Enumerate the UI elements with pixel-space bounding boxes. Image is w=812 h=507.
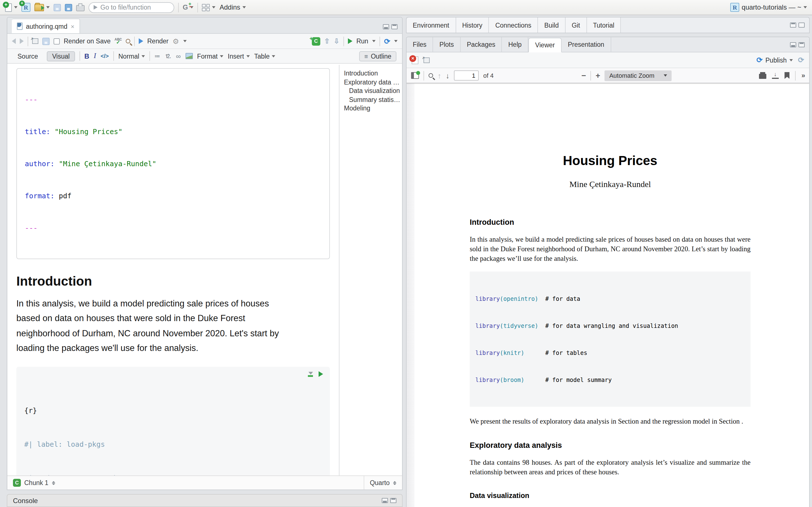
outline-item-modeling[interactable]: Modeling (344, 104, 402, 113)
save-all-button[interactable] (65, 4, 72, 11)
tab-files[interactable]: Files (407, 37, 434, 52)
refresh-viewer-icon[interactable]: ⟳ (798, 56, 804, 64)
dropdown-caret-icon[interactable] (14, 6, 17, 8)
run-button[interactable]: Run (356, 38, 368, 45)
pdf-bookmark-icon[interactable] (784, 72, 790, 79)
pdf-viewport[interactable]: Housing Prices Mine Çetinkaya-Rundel Int… (407, 83, 809, 507)
visual-mode-button[interactable]: Visual (47, 51, 75, 61)
zoom-out-icon[interactable]: − (581, 71, 586, 80)
bold-button[interactable]: B (84, 52, 89, 60)
git-button[interactable]: G+− (183, 4, 194, 11)
code-chunk[interactable]: {r} #| label: load-pkgs #| code-summary:… (16, 367, 330, 475)
maximize-pane-icon[interactable] (799, 42, 805, 47)
outline-item-summary-statistics[interactable]: Summary statis… (344, 96, 402, 104)
dropdown-caret-icon[interactable] (46, 6, 50, 8)
back-icon[interactable] (12, 38, 16, 44)
pdf-sidebar-toggle-icon[interactable] (411, 72, 419, 79)
insert-menu[interactable]: Insert (228, 53, 250, 59)
render-on-save-checkbox[interactable] (54, 38, 60, 44)
insert-chunk-icon[interactable]: C (312, 37, 320, 45)
dropdown-caret-icon[interactable] (212, 6, 216, 8)
tab-packages[interactable]: Packages (461, 37, 502, 52)
tab-plots[interactable]: Plots (434, 37, 461, 52)
tab-presentation[interactable]: Presentation (562, 37, 611, 52)
tab-connections[interactable]: Connections (489, 17, 538, 33)
outline-item-introduction[interactable]: Introduction (344, 69, 402, 78)
tab-viewer[interactable]: Viewer (528, 38, 562, 52)
next-page-icon[interactable]: ↓ (446, 71, 449, 80)
addins-menu[interactable]: Addins (220, 3, 246, 11)
pdf-print-icon[interactable] (759, 74, 767, 79)
source-mode-button[interactable]: Source (13, 52, 43, 61)
forward-icon[interactable] (20, 38, 24, 44)
run-previous-icon[interactable]: ⇧ (324, 37, 330, 45)
zoom-in-icon[interactable]: + (596, 71, 600, 80)
run-chunk-icon[interactable] (319, 371, 323, 377)
rerun-icon[interactable]: ⟳ (384, 38, 390, 45)
dropdown-caret-icon[interactable] (183, 40, 186, 42)
image-icon[interactable] (185, 53, 193, 59)
panes-layout-button[interactable] (202, 4, 216, 11)
tab-build[interactable]: Build (538, 17, 566, 33)
doc-type-selector[interactable]: Quarto (364, 476, 402, 490)
document-canvas[interactable]: --- title: "Housing Prices" author: "Min… (7, 65, 339, 475)
open-in-new-window-icon[interactable] (423, 57, 430, 63)
restore-pane-icon[interactable] (799, 22, 805, 27)
tab-history[interactable]: History (456, 17, 489, 33)
run-chunks-above-icon[interactable] (308, 372, 313, 377)
zoom-level-select[interactable]: Automatic Zoom (605, 70, 671, 81)
tab-help[interactable]: Help (502, 37, 528, 52)
dropdown-caret-icon[interactable] (394, 40, 398, 42)
minimize-pane-icon[interactable] (382, 498, 388, 503)
dropdown-caret-icon[interactable] (790, 59, 793, 61)
pdf-download-icon[interactable] (772, 72, 779, 78)
pdf-more-tools-icon[interactable]: » (802, 71, 805, 79)
previous-page-icon[interactable]: ↑ (438, 71, 441, 80)
maximize-pane-icon[interactable] (390, 498, 396, 503)
outline-item-eda[interactable]: Exploratory data … (344, 78, 402, 87)
environment-pane-tabbar: Environment History Connections Build Gi… (406, 17, 810, 33)
stop-viewer-icon[interactable] (412, 56, 418, 64)
outline-toggle-button[interactable]: ≡ Outline (359, 51, 396, 61)
save-doc-icon[interactable] (42, 38, 50, 45)
paragraph-style-dropdown[interactable]: Normal (118, 53, 145, 59)
spellcheck-icon[interactable]: ABC✓ (114, 38, 122, 44)
tab-environment[interactable]: Environment (407, 17, 456, 33)
format-menu[interactable]: Format (197, 53, 223, 59)
maximize-pane-icon[interactable] (391, 24, 398, 29)
search-icon[interactable] (126, 39, 130, 43)
tab-authoring-qmd[interactable]: authoring.qmd × (12, 18, 80, 33)
maximize-pane-icon[interactable] (790, 22, 796, 27)
numbered-list-icon[interactable]: ⒓ (165, 52, 171, 60)
print-icon[interactable] (76, 5, 85, 11)
italic-button[interactable]: I (94, 52, 96, 60)
render-button[interactable]: Render (147, 38, 168, 45)
save-button[interactable] (54, 4, 61, 11)
gear-icon[interactable]: ⚙ (172, 38, 179, 45)
code-format-button[interactable]: </> (101, 53, 109, 59)
tab-tutorial[interactable]: Tutorial (587, 17, 621, 33)
minimize-pane-icon[interactable] (790, 42, 796, 47)
new-file-button[interactable] (5, 3, 17, 11)
chunk-nav-arrows-icon[interactable] (52, 481, 55, 485)
new-project-button[interactable]: R (21, 3, 31, 12)
project-menu[interactable]: R quarto-tutorials — ~ (730, 3, 807, 12)
popout-icon[interactable] (32, 38, 38, 44)
goto-file-input[interactable]: Go to file/function (89, 2, 174, 13)
publish-button[interactable]: ⟳ Publish (756, 56, 793, 64)
yaml-metadata-block[interactable]: --- title: "Housing Prices" author: "Min… (16, 68, 330, 259)
pdf-search-icon[interactable] (428, 73, 433, 78)
bullet-list-icon[interactable]: ≔ (154, 53, 161, 59)
outline-item-data-visualization[interactable]: Data visualization (344, 87, 402, 96)
open-file-button[interactable] (35, 4, 50, 11)
link-icon[interactable]: ∞ (176, 52, 181, 60)
minimize-pane-icon[interactable] (383, 24, 389, 29)
table-menu[interactable]: Table (254, 53, 275, 59)
tab-git[interactable]: Git (566, 17, 587, 33)
close-tab-icon[interactable]: × (71, 23, 74, 30)
chunk-navigator[interactable]: C Chunk 1 (7, 479, 364, 487)
run-next-icon[interactable]: ⇩ (334, 37, 340, 45)
dropdown-caret-icon[interactable] (372, 40, 375, 42)
page-number-input[interactable] (454, 70, 479, 80)
console-pane[interactable]: Console (7, 494, 403, 507)
